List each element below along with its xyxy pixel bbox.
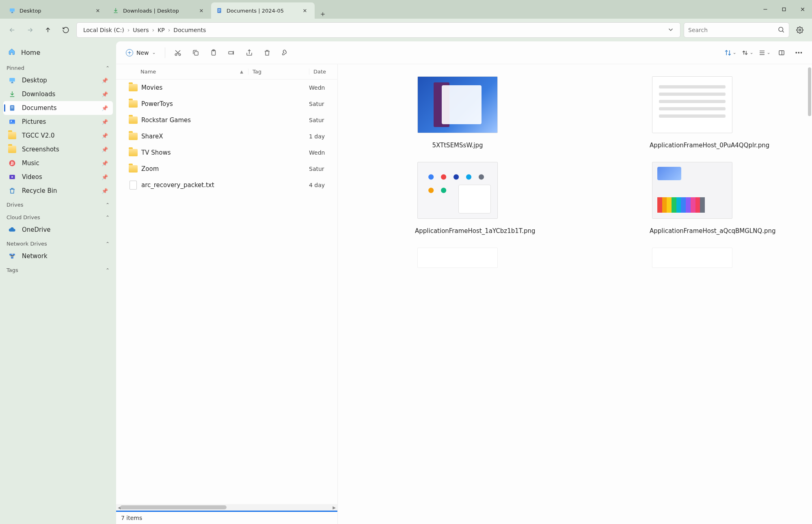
thumbnail-item[interactable]: 5XTtSEMSsW.jpg (415, 76, 500, 150)
breadcrumb[interactable]: Local Disk (C:) › Users › KP › Documents (76, 22, 680, 38)
pin-icon[interactable]: 📌 (102, 133, 108, 139)
sidebar-item-videos[interactable]: Videos 📌 (3, 170, 113, 184)
pin-icon[interactable]: 📌 (102, 147, 108, 153)
sidebar-item-label: Downloads (22, 91, 96, 98)
minimize-button[interactable] (756, 1, 775, 17)
sidebar-item-label: Documents (22, 104, 96, 112)
thumbnail-image (417, 76, 498, 133)
delete-button[interactable] (259, 45, 275, 60)
file-row[interactable]: ShareX1 day (116, 128, 337, 144)
sidebar-item-onedrive[interactable]: OneDrive (3, 223, 113, 237)
file-date: Wedn (309, 149, 337, 156)
svg-rect-12 (11, 108, 13, 108)
group-button[interactable]: ⌄ (740, 45, 755, 60)
thumbnail-label: ApplicationFrameHost_0PuA4QQplr.png (650, 141, 735, 150)
file-row[interactable]: Rockstar GamesSatur (116, 112, 337, 128)
settings-button[interactable] (793, 23, 807, 37)
file-row[interactable]: PowerToysSatur (116, 96, 337, 112)
sidebar-item-pictures[interactable]: Pictures 📌 (3, 115, 113, 129)
tab-close-button[interactable]: ✕ (93, 6, 103, 15)
file-row[interactable]: TV ShowsWedn (116, 144, 337, 161)
folder-icon (125, 133, 141, 140)
sidebar-item-screenshots[interactable]: Screenshots 📌 (3, 142, 113, 156)
column-headers: Name ▲ Tag Date (116, 64, 337, 80)
document-icon (216, 7, 222, 14)
breadcrumb-segment[interactable]: Users (130, 25, 151, 35)
search-input[interactable] (688, 27, 777, 33)
sidebar-item-music[interactable]: Music 📌 (3, 156, 113, 170)
pin-icon[interactable]: 📌 (102, 160, 108, 166)
pin-icon[interactable]: 📌 (102, 188, 108, 194)
svg-rect-6 (782, 8, 786, 11)
thumbnail-item[interactable]: ApplicationFrameHost_0PuA4QQplr.png (650, 76, 735, 150)
folder-icon (125, 165, 141, 173)
column-name[interactable]: Name ▲ (134, 69, 248, 75)
pin-icon[interactable]: 📌 (102, 119, 108, 125)
pin-icon[interactable]: 📌 (102, 91, 108, 97)
copy-button[interactable] (188, 45, 203, 60)
section-tags-header[interactable]: Tags ⌃ (3, 263, 113, 276)
preview-pane-button[interactable] (774, 45, 789, 60)
tab-downloads[interactable]: Downloads | Desktop ✕ (108, 2, 211, 19)
file-row[interactable]: arc_recovery_packet.txt4 day (116, 177, 337, 193)
new-tab-button[interactable]: ＋ (315, 9, 331, 19)
column-date[interactable]: Date (309, 69, 337, 75)
section-network-header[interactable]: Network Drives ⌃ (3, 237, 113, 249)
column-tag[interactable]: Tag (248, 69, 309, 75)
breadcrumb-segment[interactable]: Local Disk (C:) (81, 25, 127, 35)
file-row[interactable]: ZoomSatur (116, 161, 337, 177)
thumbnail-item[interactable]: ApplicationFrameHost_1aYCbz1b1T.png (415, 162, 500, 235)
download-icon (112, 7, 119, 14)
tab-close-button[interactable]: ✕ (197, 6, 206, 15)
cut-button[interactable] (170, 45, 186, 60)
refresh-button[interactable] (58, 23, 73, 37)
section-pinned-header[interactable]: Pinned ⌃ (3, 61, 113, 73)
pin-icon[interactable]: 📌 (102, 174, 108, 180)
file-row[interactable]: MoviesWedn (116, 80, 337, 96)
breadcrumb-segment[interactable]: KP (155, 25, 167, 35)
sidebar-home[interactable]: Home (3, 44, 113, 61)
vertical-scrollbar[interactable] (808, 67, 811, 116)
pin-icon[interactable]: 📌 (102, 78, 108, 84)
folder-icon (125, 116, 141, 124)
thumbnail-item[interactable]: ApplicationFrameHost_aQcqBMGLNQ.png (650, 162, 735, 235)
scroll-right-arrow[interactable]: ▶ (331, 504, 337, 511)
layout-button[interactable]: ⌄ (757, 45, 772, 60)
tab-documents[interactable]: Documents | 2024-05 ✕ (211, 2, 315, 19)
folder-icon (8, 132, 16, 140)
forward-button[interactable] (23, 23, 37, 37)
section-cloud-header[interactable]: Cloud Drives ⌃ (3, 210, 113, 223)
search-field[interactable] (684, 22, 789, 38)
up-button[interactable] (41, 23, 55, 37)
sidebar-item-label: Desktop (22, 77, 96, 84)
section-drives-header[interactable]: Drives ⌃ (3, 198, 113, 210)
breadcrumb-dropdown[interactable] (665, 24, 676, 36)
close-window-button[interactable] (793, 1, 812, 17)
thumbnail-item[interactable] (650, 248, 735, 268)
sidebar-item-downloads[interactable]: Downloads 📌 (3, 87, 113, 101)
file-date: Satur (309, 101, 337, 107)
new-button[interactable]: + New ⌄ (122, 47, 160, 59)
more-button[interactable]: ⋯ (791, 45, 806, 60)
sidebar-item-network[interactable]: Network (3, 249, 113, 263)
sidebar-item-recycle[interactable]: Recycle Bin 📌 (3, 184, 113, 198)
sidebar-item-tgcc[interactable]: TGCC V2.0 📌 (3, 129, 113, 142)
tab-desktop[interactable]: Desktop ✕ (4, 2, 108, 19)
tab-close-button[interactable]: ✕ (300, 6, 310, 15)
sidebar-item-label: Pictures (22, 118, 96, 125)
file-icon (125, 181, 141, 190)
breadcrumb-segment[interactable]: Documents (171, 25, 208, 35)
horizontal-scrollbar[interactable]: ◀ ▶ (116, 504, 337, 511)
maximize-button[interactable] (775, 1, 793, 17)
pin-icon[interactable]: 📌 (102, 105, 108, 111)
rename-button[interactable] (224, 45, 239, 60)
scroll-thumb[interactable] (120, 505, 227, 509)
sort-button[interactable]: ⌄ (723, 45, 738, 60)
sidebar-item-documents[interactable]: Documents 📌 (3, 101, 113, 115)
thumbnail-item[interactable] (415, 248, 500, 268)
sidebar-item-desktop[interactable]: Desktop 📌 (3, 73, 113, 87)
share-button[interactable] (242, 45, 257, 60)
paste-button[interactable] (206, 45, 221, 60)
properties-button[interactable] (277, 45, 293, 60)
back-button[interactable] (5, 23, 19, 37)
